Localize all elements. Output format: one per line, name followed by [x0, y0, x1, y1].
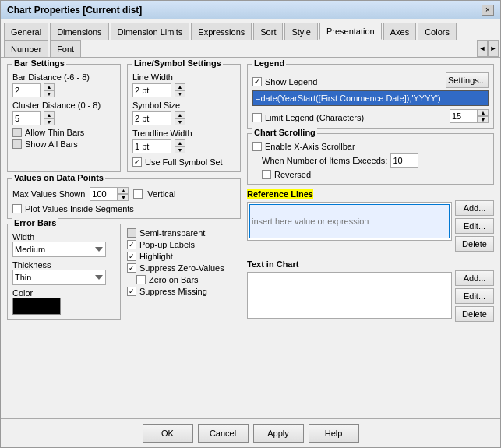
cluster-distance-up[interactable]: ▲	[44, 111, 55, 118]
bar-distance-up[interactable]: ▲	[44, 83, 55, 90]
tab-colors[interactable]: Colors	[418, 23, 457, 40]
limit-legend-up[interactable]: ▲	[478, 109, 489, 116]
bar-distance-down[interactable]: ▼	[44, 90, 55, 97]
legend-group: Legend Show Legend Settings... Limit Leg…	[247, 64, 494, 129]
tab-font[interactable]: Font	[50, 40, 81, 57]
tab-axes[interactable]: Axes	[383, 23, 416, 40]
thickness-dropdown[interactable]: Thin Medium Thick	[12, 270, 106, 285]
legend-expression-input[interactable]	[252, 90, 489, 106]
max-values-field: ▲ ▼	[90, 187, 129, 201]
width-dropdown[interactable]: Narrow Medium Wide	[12, 242, 106, 257]
reference-lines-input[interactable]	[249, 204, 450, 238]
tab-number[interactable]: Number	[4, 40, 48, 57]
tab-prev-button[interactable]: ◄	[477, 40, 488, 57]
limit-legend-input[interactable]	[450, 109, 478, 123]
cluster-distance-down[interactable]: ▼	[44, 118, 55, 125]
values-title: Values on Data Points	[12, 173, 105, 182]
tab-style[interactable]: Style	[284, 23, 317, 40]
use-full-symbol-checkbox[interactable]	[132, 157, 142, 167]
line-width-input[interactable]	[132, 83, 171, 97]
max-values-input[interactable]	[90, 187, 118, 201]
help-button[interactable]: Help	[309, 424, 359, 443]
exceeds-value-input[interactable]	[390, 153, 418, 168]
popup-labels-label: Pop-up Labels	[139, 240, 195, 249]
error-bars-col: Error Bars Width Narrow Medium Wide Thic…	[7, 224, 121, 320]
line-width-up[interactable]: ▲	[175, 83, 185, 90]
popup-labels-checkbox[interactable]	[127, 240, 136, 249]
enable-x-axis-checkbox[interactable]	[252, 142, 262, 151]
text-in-chart-row: Add... Edit... Delete	[247, 270, 494, 322]
enable-x-axis-row: Enable X-Axis Scrollbar	[252, 142, 489, 151]
text-delete-button[interactable]: Delete	[455, 306, 494, 322]
ok-button[interactable]: OK	[143, 424, 193, 443]
bar-distance-label: Bar Distance (-6 - 8)	[12, 72, 115, 82]
tab-next-button[interactable]: ►	[488, 40, 499, 57]
symbol-size-spinner: ▲ ▼	[175, 111, 185, 125]
bar-distance-input[interactable]	[12, 83, 41, 97]
line-width-spinner: ▲ ▼	[175, 83, 185, 97]
semi-transparent-label: Semi-transparent	[139, 228, 205, 238]
limit-legend-checkbox[interactable]	[252, 113, 262, 122]
zero-on-bars-row: Zero on Bars	[136, 275, 241, 284]
text-edit-button[interactable]: Edit...	[455, 288, 494, 304]
trendline-width-input[interactable]	[132, 139, 171, 153]
reference-lines-section: Reference Lines Add... Edit... Delete	[247, 189, 494, 252]
tab-sort[interactable]: Sort	[253, 23, 283, 40]
cluster-distance-label: Cluster Distance (0 - 8)	[12, 101, 115, 110]
limit-legend-field: ▲ ▼	[450, 109, 489, 123]
cluster-distance-input[interactable]	[12, 111, 41, 125]
symbol-size-input[interactable]	[132, 111, 171, 125]
allow-thin-bars-row: Allow Thin Bars	[12, 128, 115, 137]
text-in-chart-box	[247, 272, 452, 319]
use-full-symbol-row: Use Full Symbol Set	[132, 157, 235, 167]
symbol-size-up[interactable]: ▲	[175, 111, 185, 118]
apply-button[interactable]: Apply	[253, 424, 304, 443]
top-panels: Bar Settings Bar Distance (-6 - 8) ▲ ▼ C	[7, 64, 241, 172]
tab-dimensions[interactable]: Dimensions	[50, 23, 108, 40]
trendline-down[interactable]: ▼	[175, 146, 185, 153]
suppress-missing-checkbox[interactable]	[127, 287, 136, 296]
enable-x-axis-label: Enable X-Axis Scrollbar	[265, 142, 355, 151]
highlight-checkbox[interactable]	[127, 252, 136, 261]
chart-scrolling-title: Chart Scrolling	[252, 128, 317, 137]
limit-legend-down[interactable]: ▼	[478, 116, 489, 123]
suppress-zero-checkbox[interactable]	[127, 263, 136, 273]
limit-legend-row: Limit Legend (Characters)	[252, 113, 364, 122]
bar-distance-spinner: ▲ ▼	[44, 83, 55, 97]
max-values-up[interactable]: ▲	[118, 187, 129, 194]
vertical-label: Vertical	[147, 189, 175, 199]
text-add-button[interactable]: Add...	[455, 270, 494, 286]
line-width-down[interactable]: ▼	[175, 90, 185, 97]
tab-general[interactable]: General	[4, 23, 48, 40]
line-settings-group: Line/Symbol Settings Line Width ▲ ▼ Symb	[127, 64, 241, 172]
allow-thin-bars-checkbox[interactable]	[12, 128, 22, 137]
window-title: Chart Properties [Current dist]	[7, 5, 142, 16]
show-all-bars-checkbox[interactable]	[12, 139, 22, 149]
cancel-button[interactable]: Cancel	[198, 424, 249, 443]
legend-settings-button[interactable]: Settings...	[446, 72, 489, 88]
tab-expressions[interactable]: Expressions	[191, 23, 252, 40]
left-panel: Bar Settings Bar Distance (-6 - 8) ▲ ▼ C	[7, 64, 241, 412]
ref-add-button[interactable]: Add...	[455, 200, 494, 216]
ref-delete-button[interactable]: Delete	[455, 236, 494, 252]
tab-dimension-limits[interactable]: Dimension Limits	[111, 23, 190, 40]
zero-on-bars-checkbox[interactable]	[136, 275, 146, 284]
trendline-up[interactable]: ▲	[175, 139, 185, 146]
semi-transparent-checkbox[interactable]	[127, 228, 136, 238]
symbol-size-down[interactable]: ▼	[175, 118, 185, 125]
checkboxes-col: Semi-transparent Pop-up Labels Highlight	[127, 224, 241, 320]
vertical-checkbox[interactable]	[133, 189, 143, 199]
bottom-bar: OK Cancel Apply Help	[1, 418, 500, 447]
show-legend-checkbox[interactable]	[252, 77, 262, 86]
symbol-size-label: Symbol Size	[132, 101, 235, 110]
tab-presentation[interactable]: Presentation	[319, 23, 382, 40]
thickness-label: Thickness	[12, 260, 115, 270]
plot-values-label: Plot Values Inside Segments	[25, 204, 134, 213]
max-values-down[interactable]: ▼	[118, 194, 129, 201]
plot-values-checkbox[interactable]	[12, 204, 22, 213]
close-button[interactable]: ×	[482, 5, 494, 16]
color-picker[interactable]	[12, 298, 61, 315]
reversed-checkbox[interactable]	[262, 170, 271, 179]
line-settings-title: Line/Symbol Settings	[132, 58, 223, 68]
ref-edit-button[interactable]: Edit...	[455, 218, 494, 234]
